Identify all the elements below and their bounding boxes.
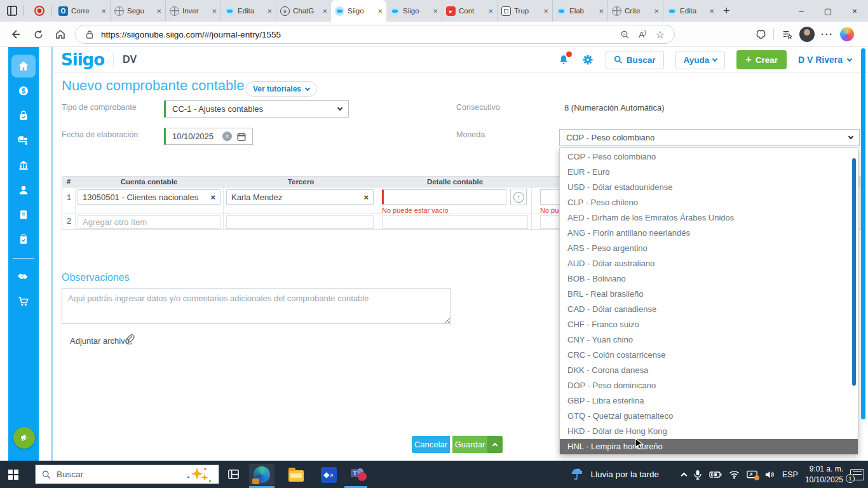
tab-close-icon[interactable]: × — [156, 6, 161, 16]
clock[interactable]: 9:01 a. m. 10/10/2025 — [805, 464, 843, 484]
browser-tab[interactable]: Elab × — [552, 0, 607, 22]
url-text[interactable]: https://siigonube.siigo.com/#/journal-en… — [101, 30, 613, 39]
tab-close-icon[interactable]: × — [599, 6, 604, 16]
maximize-button[interactable]: ▢ — [815, 0, 841, 22]
currency-option[interactable]: CAD - Dólar canadiense — [560, 302, 858, 317]
tab-close-icon[interactable]: × — [377, 6, 383, 16]
volume-icon[interactable] — [764, 470, 775, 479]
tab-workspaces-icon[interactable] — [4, 3, 20, 19]
header-search-button[interactable]: Buscar — [606, 51, 664, 69]
cast-icon[interactable] — [747, 470, 757, 479]
browser-essentials-icon[interactable] — [754, 29, 767, 40]
currency-option[interactable]: CLP - Peso chileno — [560, 195, 858, 210]
calendar-icon[interactable] — [237, 132, 246, 141]
tutorials-button[interactable]: Ver tutoriales — [245, 81, 317, 97]
dropdown-scrollbar[interactable] — [852, 158, 856, 386]
more-menu-icon[interactable]: ··· — [821, 29, 834, 39]
row1-detalle-input[interactable] — [382, 189, 506, 205]
browser-tab[interactable]: Corre × — [55, 0, 110, 22]
sidebar-item-purchases[interactable] — [11, 104, 36, 127]
tab-close-icon[interactable]: × — [543, 6, 548, 16]
close-button[interactable]: × — [841, 0, 868, 22]
currency-option[interactable]: ARS - Peso argentino — [560, 241, 858, 256]
browser-tab[interactable]: Siigo × — [386, 0, 442, 22]
row1-tercero-input[interactable]: Karla Mendez× — [226, 189, 374, 205]
tab-close-icon[interactable]: × — [433, 6, 438, 16]
tipo-select[interactable]: CC-1 - Ajustes contables — [164, 100, 349, 118]
start-button[interactable] — [0, 461, 31, 488]
browser-tab[interactable]: Segu × — [110, 0, 165, 22]
currency-option[interactable]: HNL - Lempira hondureño — [560, 439, 858, 454]
language-indicator[interactable]: ESP — [782, 470, 798, 479]
currency-option[interactable]: USD - Dólar estadounidense — [560, 180, 858, 195]
currency-option[interactable]: BRL - Real brasileño — [560, 287, 858, 302]
currency-option[interactable]: DOP - Peso dominicano — [560, 378, 858, 393]
battery-icon[interactable] — [709, 471, 722, 478]
tab-close-icon[interactable]: × — [709, 6, 714, 16]
minimize-button[interactable]: – — [788, 0, 815, 22]
sidebar-item-alliances[interactable] — [11, 265, 36, 288]
currency-option[interactable]: ANG - Florín antillano neerlandés — [560, 226, 858, 241]
currency-option[interactable]: AUD - Dólar australiano — [560, 256, 858, 271]
create-button[interactable]: +Crear — [736, 50, 787, 69]
currency-option[interactable]: AED - Dirham de los Emiratos Árabes Unid… — [560, 210, 858, 226]
taskbar-teams-icon[interactable]: T — [346, 464, 372, 485]
currency-option[interactable]: GTQ - Quetzal guatemalteco — [560, 409, 858, 424]
sidebar-item-contacts[interactable] — [11, 179, 36, 201]
clear-icon[interactable]: × — [210, 193, 215, 202]
currency-option[interactable]: DKK - Corona danesa — [560, 363, 858, 378]
save-options-button[interactable] — [487, 436, 503, 453]
currency-option[interactable]: CHF - Franco suizo — [560, 317, 858, 332]
taskbar-devapp-icon[interactable]: ◆» — [316, 464, 341, 485]
currency-option[interactable]: EUR - Euro — [560, 165, 858, 180]
address-bar[interactable]: https://siigonube.siigo.com/#/journal-en… — [75, 25, 675, 44]
sidebar-item-home[interactable] — [11, 55, 36, 78]
browser-tab[interactable]: Trup × — [497, 0, 552, 22]
announcements-button[interactable] — [13, 427, 35, 449]
row2-add-item-input[interactable]: Agregar otro ítem — [78, 215, 220, 229]
collections-icon[interactable] — [780, 29, 793, 40]
weather-icon[interactable] — [570, 468, 584, 482]
currency-option[interactable]: BOB - Boliviano — [560, 271, 858, 287]
read-aloud-icon[interactable]: A) — [636, 30, 649, 39]
tab-close-icon[interactable]: × — [322, 6, 327, 16]
tab-close-icon[interactable]: × — [212, 6, 217, 16]
clear-icon[interactable]: × — [363, 193, 369, 202]
taskbar-edge-icon[interactable] — [249, 464, 275, 485]
sidebar-item-banks[interactable] — [11, 154, 36, 177]
browser-tab[interactable]: Crite × — [607, 0, 663, 22]
paperclip-icon[interactable] — [125, 334, 135, 344]
user-menu[interactable]: D V Rivera — [798, 55, 851, 65]
browser-tab[interactable]: Cont × — [442, 0, 497, 22]
help-button[interactable]: Ayuda — [675, 51, 726, 69]
action-center-icon[interactable]: 1 — [850, 469, 864, 480]
wifi-icon[interactable] — [729, 470, 740, 479]
microphone-icon[interactable] — [693, 470, 702, 480]
browser-tab[interactable]: Siigo × — [331, 0, 386, 22]
currency-option[interactable]: CRC - Colón costarricense — [560, 348, 858, 363]
copy-up-button[interactable]: ↑ — [510, 189, 527, 205]
back-icon[interactable] — [8, 27, 23, 42]
currency-option[interactable]: COP - Peso colombiano — [560, 149, 858, 165]
refresh-icon[interactable] — [31, 27, 46, 42]
clear-date-icon[interactable]: × — [222, 132, 232, 141]
tab-close-icon[interactable]: × — [654, 6, 659, 16]
sidebar-item-sales[interactable]: $ — [11, 79, 36, 102]
settings-gear-icon[interactable] — [581, 53, 594, 66]
row2-tercero-input[interactable] — [226, 215, 374, 229]
hidden-icons-chevron[interactable] — [681, 472, 687, 478]
page-scrollbar[interactable] — [861, 48, 865, 419]
save-button[interactable]: Guardar — [452, 436, 487, 453]
observations-textarea[interactable] — [62, 288, 451, 324]
row1-cuenta-input[interactable]: 13050501 - Clientes nacionales× — [78, 189, 220, 205]
cancel-button[interactable]: Cancelar — [412, 436, 450, 453]
row2-detalle-input[interactable] — [382, 215, 528, 229]
profile-avatar[interactable] — [799, 27, 815, 42]
browser-tab[interactable]: Edita × — [663, 0, 718, 22]
browser-tab[interactable]: ChatG × — [276, 0, 331, 22]
tab-close-icon[interactable]: × — [267, 6, 272, 16]
taskbar-explorer-icon[interactable] — [283, 464, 309, 485]
fecha-input[interactable]: 10/10/2025 × — [164, 128, 253, 145]
notifications-bell-icon[interactable] — [557, 53, 570, 66]
sidebar-item-inventory[interactable] — [11, 129, 36, 152]
